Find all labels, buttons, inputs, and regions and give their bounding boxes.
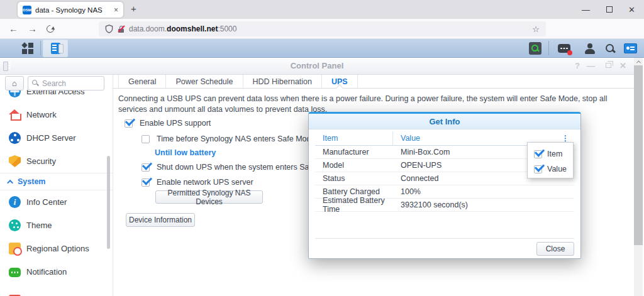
- window-help-button[interactable]: ?: [575, 61, 580, 70]
- chat-bubble-icon: [558, 44, 570, 53]
- search-icon: [32, 80, 39, 87]
- window-close-button[interactable]: ✕: [619, 61, 626, 70]
- dialog-footer: Close: [315, 238, 574, 258]
- new-tab-button[interactable]: +: [131, 3, 136, 14]
- universal-search-button[interactable]: [527, 39, 543, 57]
- network-ups-row: Enable network UPS server: [142, 177, 253, 188]
- enable-ups-row: Enable UPS support: [125, 118, 211, 129]
- column-header-value[interactable]: Value: [393, 134, 420, 143]
- maximize-icon: [606, 6, 613, 13]
- magnifier-icon: [605, 43, 615, 53]
- window-minimize-button[interactable]: —: [587, 61, 595, 70]
- item-column-checkbox[interactable]: [534, 150, 542, 158]
- device-information-button[interactable]: Device Information: [126, 213, 195, 227]
- bookmark-star-icon[interactable]: ☆: [532, 25, 540, 34]
- sidebar-search[interactable]: [28, 76, 104, 90]
- shutdown-ups-checkbox[interactable]: [142, 163, 150, 172]
- tab-hdd-hibernation[interactable]: HDD Hibernation: [243, 75, 322, 88]
- chevron-up-icon: [7, 179, 13, 185]
- column-header-item[interactable]: Item: [315, 131, 393, 145]
- tab-close-icon[interactable]: ×: [114, 6, 118, 14]
- url-text[interactable]: data.doom.doomshell.net:5000: [129, 25, 236, 33]
- sidebar: ⌂ External Access Network: [0, 75, 113, 296]
- time-before-checkbox[interactable]: [142, 135, 150, 143]
- browser-maximize-button[interactable]: [606, 0, 613, 19]
- sidebar-item-network[interactable]: Network: [0, 103, 113, 126]
- user-options-button[interactable]: [581, 39, 599, 57]
- enable-ups-checkbox[interactable]: [125, 119, 133, 128]
- taskbar-divider: [548, 41, 549, 55]
- value-column-checkbox[interactable]: [534, 165, 542, 173]
- network-ups-checkbox[interactable]: [142, 178, 150, 187]
- back-button[interactable]: ←: [9, 19, 18, 38]
- url-bar[interactable]: data.doom.doomshell.net:5000 ☆: [99, 21, 546, 36]
- dsm-favicon: DSM: [23, 6, 31, 14]
- sidebar-item-dhcp-server[interactable]: DHCP Server: [0, 126, 113, 150]
- browser-navbar: ← → data.doom.doomshell.net:5000 ☆ S ABP…: [0, 19, 644, 39]
- widgets-button[interactable]: [621, 39, 639, 57]
- person-icon: [585, 43, 595, 53]
- page-scrollbar[interactable]: [634, 58, 643, 296]
- column-menu-item[interactable]: Item: [534, 147, 573, 161]
- sidebar-list: External Access Network DHCP Server Secu…: [0, 90, 113, 296]
- sidebar-item-notification[interactable]: Notification: [0, 260, 113, 283]
- permitted-devices-button[interactable]: Permitted Synology NAS Devices: [155, 190, 263, 204]
- window-maximize-button[interactable]: [606, 63, 611, 68]
- get-info-dialog: Get Info Item Value ⋮ Manufacturer Mini-…: [308, 112, 581, 259]
- scroll-up-arrow[interactable]: [634, 58, 643, 65]
- tab-general[interactable]: General: [118, 75, 166, 88]
- tab-ups[interactable]: UPS: [322, 75, 358, 88]
- control-panel-task-button[interactable]: [43, 40, 68, 57]
- palette-icon: [9, 219, 21, 231]
- sidebar-item-theme[interactable]: Theme: [0, 214, 113, 237]
- insecure-lock-icon[interactable]: [118, 25, 125, 33]
- table-row: Estimated Battery Time 3932100 second(s): [315, 199, 574, 212]
- forward-button[interactable]: →: [28, 19, 37, 38]
- window-title: Control Panel: [0, 61, 634, 70]
- window-titlebar[interactable]: Control Panel ? — ✕: [0, 58, 634, 75]
- control-panel-icon: [51, 43, 60, 54]
- reload-button[interactable]: [47, 19, 54, 38]
- until-low-battery-link[interactable]: Until low battery: [155, 148, 216, 157]
- home-icon: ⌂: [12, 79, 17, 88]
- close-button[interactable]: Close: [536, 242, 574, 256]
- column-menu-value[interactable]: Value: [534, 162, 573, 176]
- maximize-icon: [606, 63, 611, 68]
- speech-bubble-icon: [9, 268, 21, 277]
- reload-icon: [45, 23, 56, 34]
- tab-bar: General Power Schedule HDD Hibernation U…: [113, 75, 634, 89]
- notification-badge: [567, 50, 572, 55]
- shield-icon: [9, 155, 21, 167]
- browser-minimize-button[interactable]: —: [582, 0, 590, 19]
- sidebar-item-regional-options[interactable]: Regional Options: [0, 237, 113, 260]
- universal-search-icon: [529, 42, 541, 55]
- notifications-button[interactable]: [555, 39, 574, 57]
- tab-power-schedule[interactable]: Power Schedule: [166, 75, 243, 88]
- column-menu-dropdown: Item Value: [527, 142, 574, 178]
- sidebar-toolbar: ⌂: [0, 75, 113, 90]
- browser-tab-title: data - Synology NAS: [35, 6, 110, 14]
- sidebar-item-info-center[interactable]: i Info Center: [0, 190, 113, 214]
- browser-close-button[interactable]: ✕: [628, 0, 635, 19]
- main-menu-icon: [22, 43, 33, 54]
- main-menu-button[interactable]: [15, 39, 40, 57]
- dhcp-icon: [9, 132, 21, 144]
- widgets-icon: [624, 43, 637, 53]
- dialog-title: Get Info: [309, 114, 580, 129]
- tracking-shield-icon[interactable]: [105, 25, 113, 33]
- sidebar-item-partial[interactable]: [0, 283, 113, 296]
- search-input[interactable]: [42, 79, 100, 88]
- time-before-row: Time before Synology NAS enters Safe Mod…: [142, 133, 315, 145]
- info-icon: i: [9, 196, 21, 208]
- home-button[interactable]: ⌂: [5, 76, 24, 90]
- map-clock-icon: [9, 243, 21, 255]
- sidebar-section-system[interactable]: System: [0, 173, 113, 190]
- sidebar-scrollbar-thumb[interactable]: [107, 156, 110, 249]
- browser-tab[interactable]: DSM data - Synology NAS ×: [18, 2, 123, 18]
- sidebar-item-security[interactable]: Security: [0, 150, 113, 173]
- sidebar-item-external-access[interactable]: External Access: [0, 90, 113, 103]
- browser-tabstrip: DSM data - Synology NAS × + — ✕: [0, 0, 644, 19]
- taskbar-divider: [40, 41, 41, 55]
- search-button[interactable]: [601, 39, 619, 57]
- scrollbar-thumb[interactable]: [634, 65, 643, 245]
